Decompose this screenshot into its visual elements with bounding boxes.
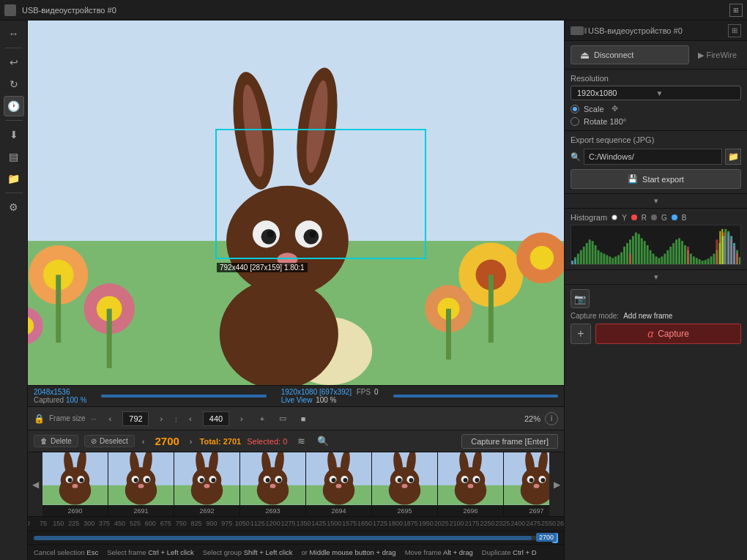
capture-frame-button[interactable]: Capture frame [Enter] (461, 434, 558, 449)
frame-number: 2696 (438, 505, 503, 516)
svg-rect-159 (589, 239, 591, 264)
height-increase-btn[interactable]: › (234, 411, 250, 427)
deselect-icon: ⊘ (91, 437, 97, 445)
app-icon (4, 4, 16, 16)
layers-tool[interactable]: ▤ (4, 146, 24, 167)
export-path-input[interactable] (584, 149, 722, 165)
scene-svg (28, 20, 564, 385)
svg-point-97 (402, 484, 408, 488)
histogram-b-dot (672, 214, 677, 220)
separator-1 (5, 48, 23, 48)
svg-rect-7 (107, 309, 112, 368)
svg-point-90 (390, 467, 420, 493)
svg-rect-180 (650, 250, 652, 264)
shortcut-select-frame: Select frame Ctrl + Left click (107, 548, 194, 556)
svg-point-40 (68, 478, 73, 482)
film-frame-2697[interactable]: 2697 (504, 452, 549, 516)
waveform-icon-btn[interactable]: ≋ (293, 433, 309, 449)
right-panel: USB-видеоустройство #0 ⊞ ⏏ Disconnect ▶ … (564, 20, 747, 560)
width-input[interactable] (122, 411, 149, 426)
film-frame-2691[interactable]: 2691 (108, 452, 174, 516)
frame-size-label: Frame size (49, 414, 85, 422)
filmstrip-container: ◀ (28, 452, 564, 516)
collapse-histogram-btn[interactable]: ▾ (565, 270, 747, 285)
maximize-button[interactable]: ⊞ (729, 4, 743, 17)
scrubber-track-container[interactable]: 2700 (28, 531, 564, 544)
svg-rect-194 (690, 254, 692, 264)
svg-rect-225 (730, 236, 732, 264)
svg-point-46 (127, 467, 156, 493)
video-preview[interactable]: 792x440 [287x159] 1.80:1 (28, 20, 564, 385)
next-frame-btn[interactable]: › (188, 437, 194, 446)
filmstrip-prev-btn[interactable]: ◀ (28, 452, 42, 516)
height-input[interactable] (203, 411, 229, 426)
film-frame-2692[interactable]: 2692 (174, 452, 240, 516)
fill-btn[interactable]: ■ (295, 411, 311, 427)
start-export-button[interactable]: 💾 Start export (571, 169, 741, 189)
svg-rect-181 (653, 254, 655, 264)
center-content: 792x440 [287x159] 1.80:1 2048x1536 Captu… (28, 20, 564, 560)
height-decrease-btn[interactable]: ‹ (182, 411, 198, 427)
svg-rect-171 (623, 247, 625, 264)
histogram-g-label: G (661, 214, 667, 222)
search-icon: 🔍 (571, 152, 581, 162)
svg-rect-190 (678, 238, 680, 264)
film-frame-2695[interactable]: 2695 (372, 452, 438, 516)
clock-tool[interactable]: 🕐 (4, 96, 24, 116)
histogram-title: Histogram (571, 213, 607, 222)
film-frame-2690[interactable]: 2690 (42, 452, 108, 516)
deselect-button[interactable]: ⊘ Deselect (84, 435, 135, 447)
download-tool[interactable]: ⬇ (4, 124, 24, 145)
frame-number: 2692 (174, 505, 239, 516)
delete-button[interactable]: 🗑 Delete (34, 435, 78, 447)
histogram-header: Histogram Y R G B (571, 213, 741, 222)
device-expand-btn[interactable]: ⊞ (728, 24, 741, 37)
tick-1650: 1650 (357, 520, 372, 527)
svg-rect-195 (693, 256, 695, 264)
film-frame-2694[interactable]: 2694 (306, 452, 372, 516)
tick-1500: 1500 (327, 520, 341, 527)
collapse-section-btn[interactable]: ▾ (565, 194, 747, 209)
camera-icon-btn[interactable]: 📷 (571, 289, 590, 308)
width-decrease-btn[interactable]: ‹ (102, 411, 118, 427)
capture-button[interactable]: α Capture (595, 324, 741, 344)
scale-radio[interactable] (571, 105, 579, 113)
svg-point-57 (193, 467, 222, 493)
histogram-y-dot (612, 214, 617, 220)
svg-point-73 (266, 478, 270, 482)
undo-tool[interactable]: ↩ (4, 52, 24, 72)
svg-rect-166 (609, 256, 611, 264)
svg-rect-213 (629, 254, 631, 264)
resolution-dropdown[interactable]: 1920x1080 ▼ (571, 86, 741, 100)
disconnect-button[interactable]: ⏏ Disconnect (571, 45, 689, 64)
svg-rect-169 (617, 255, 620, 264)
histogram-r-dot (631, 214, 637, 220)
separator-2 (5, 120, 23, 121)
film-frame-2696[interactable]: 2696 (438, 452, 504, 516)
film-frame-2693[interactable]: 2693 (240, 452, 306, 516)
width-increase-btn[interactable]: › (153, 411, 169, 427)
svg-rect-163 (600, 253, 602, 264)
svg-rect-178 (644, 241, 646, 264)
rotate-radio[interactable] (571, 117, 579, 126)
tick-2475: 2475 (526, 520, 540, 527)
crop-btn[interactable]: ▭ (275, 411, 291, 427)
lock-button[interactable]: 🔒 (34, 414, 45, 424)
filmstrip-next-btn[interactable]: ▶ (549, 452, 564, 516)
prev-frame-btn[interactable]: ‹ (141, 437, 146, 446)
resolution-section: Resolution 1920x1080 ▼ Scale ✥ Rotate 18… (565, 70, 747, 131)
expand-tool[interactable]: ↔ (4, 23, 24, 44)
folder-tool[interactable]: 📁 (4, 168, 24, 189)
rotate-tool[interactable]: ↻ (4, 74, 24, 94)
svg-rect-155 (577, 254, 579, 264)
zoom-icon-btn[interactable]: 🔍 (315, 433, 331, 449)
frame-number: 2695 (372, 505, 437, 516)
svg-rect-200 (707, 258, 710, 264)
info-button[interactable]: i (545, 412, 558, 425)
svg-point-75 (270, 484, 276, 488)
keyboard-shortcuts: Cancel selection Esc Select frame Ctrl +… (28, 544, 564, 560)
folder-browse-btn[interactable]: 📁 (725, 149, 741, 165)
settings-tool[interactable]: ⚙ (4, 197, 24, 217)
add-frame-button[interactable]: + (571, 324, 591, 344)
add-btn[interactable]: + (254, 411, 270, 427)
